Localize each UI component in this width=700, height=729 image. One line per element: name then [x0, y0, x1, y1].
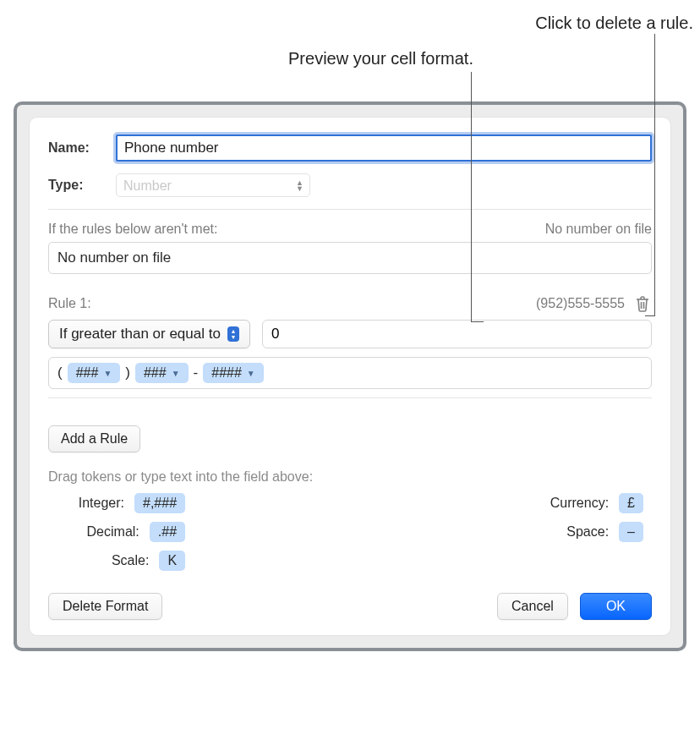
- digits-token[interactable]: ### ▼: [135, 363, 189, 383]
- ok-button[interactable]: OK: [580, 593, 652, 620]
- literal-open-paren: (: [57, 364, 63, 381]
- chevron-down-icon: ▼: [103, 369, 112, 378]
- integer-label: Integer:: [57, 496, 124, 511]
- drag-hint: Drag tokens or type text into the field …: [48, 469, 652, 485]
- scale-token[interactable]: K: [159, 551, 185, 571]
- delete-format-button[interactable]: Delete Format: [48, 593, 162, 620]
- rule-value-input[interactable]: [262, 320, 652, 348]
- rule-1: Rule 1: (952)555-5555: [48, 294, 652, 389]
- type-select[interactable]: Number: [116, 173, 310, 197]
- scale-label: Scale:: [81, 553, 149, 568]
- fallback-input[interactable]: [48, 242, 652, 274]
- fallback-caption: If the rules below aren't met:: [48, 222, 217, 237]
- digits-token[interactable]: ### ▼: [68, 363, 121, 383]
- rule-1-title: Rule 1:: [48, 296, 91, 311]
- trash-icon: [635, 295, 650, 312]
- cancel-button[interactable]: Cancel: [497, 593, 568, 620]
- delete-rule-button[interactable]: [633, 294, 652, 313]
- rule-condition-dropdown[interactable]: If greater than or equal to ▲▼: [48, 320, 250, 348]
- currency-token[interactable]: £: [619, 493, 643, 513]
- name-label: Name:: [48, 140, 116, 156]
- name-row: Name:: [48, 134, 652, 162]
- callout-leader: [471, 72, 472, 321]
- type-row: Type: Number ▲▼: [48, 173, 652, 197]
- type-label: Type:: [48, 178, 116, 193]
- digits-token[interactable]: #### ▼: [203, 363, 264, 383]
- decimal-label: Decimal:: [72, 524, 139, 540]
- fallback-preview: No number on file: [545, 222, 652, 237]
- fallback-caption-row: If the rules below aren't met: No number…: [48, 222, 652, 237]
- literal-dash: -: [194, 364, 199, 381]
- literal-close-paren: ): [125, 364, 130, 381]
- callout-delete-rule: Click to delete a rule.: [535, 14, 693, 33]
- custom-format-dialog: Name: Type: Number ▲▼ If the rules below…: [29, 117, 671, 636]
- currency-label: Currency:: [541, 496, 609, 511]
- chevron-down-icon: ▼: [247, 369, 255, 378]
- chevron-down-icon: ▼: [172, 369, 180, 378]
- callout-leader: [654, 34, 655, 315]
- name-input[interactable]: [116, 134, 652, 162]
- token-palette: Integer: #,### Decimal: .## Scale: K: [48, 493, 652, 571]
- callout-leader: [645, 315, 655, 316]
- callout-area: Click to delete a rule. Preview your cel…: [0, 0, 700, 101]
- rule-1-preview: (952)555-5555: [536, 296, 625, 311]
- space-token[interactable]: –: [619, 522, 643, 542]
- updown-icon: ▲▼: [227, 326, 239, 342]
- integer-token[interactable]: #,###: [134, 493, 185, 513]
- callout-leader: [471, 321, 484, 322]
- add-rule-button[interactable]: Add a Rule: [48, 425, 140, 452]
- divider: [48, 397, 652, 398]
- space-label: Space:: [541, 524, 609, 540]
- rule-condition-label: If greater than or equal to: [59, 326, 221, 343]
- divider: [48, 209, 652, 210]
- dialog-frame: Name: Type: Number ▲▼ If the rules below…: [14, 101, 686, 651]
- decimal-token[interactable]: .##: [150, 522, 185, 542]
- callout-preview: Preview your cell format.: [288, 49, 473, 69]
- rule-format-field[interactable]: ( ### ▼ ) ### ▼ - #### ▼: [48, 357, 652, 389]
